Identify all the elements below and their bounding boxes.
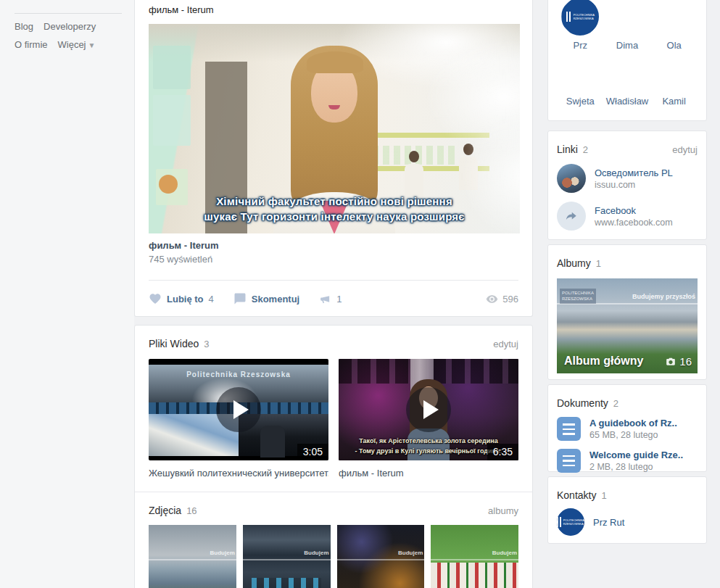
videos-edit-link[interactable]: edytuj [493, 339, 518, 349]
albums-card: Albumy 1 PolitechnikaRzeszowska Budujemy… [547, 244, 707, 380]
post-video-player[interactable]: Хімічний факультет постійно нові рішення… [149, 24, 520, 233]
left-sidebar: Blog Developerzy O firmie Więcej▼ [0, 0, 134, 588]
post-views-counter: 596 [486, 293, 518, 305]
share-button[interactable]: 1 [319, 293, 342, 305]
photos-count: 16 [186, 505, 196, 516]
video-caption-1[interactable]: Жешувкий политехнический университет... [149, 468, 328, 479]
links-edit-link[interactable]: edytuj [672, 144, 698, 155]
nav-link-developers[interactable]: Developerzy [44, 21, 96, 32]
document-icon [557, 417, 581, 441]
link-item-facebook[interactable]: Facebook www.facebook.com [557, 202, 698, 231]
media-card: Pliki Wideo 3 edytuj Politechnika Rzeszo… [134, 325, 533, 588]
post-views-label: 745 wyświetleń [149, 254, 518, 265]
comment-button[interactable]: Skomentuj [233, 292, 299, 305]
photo-watermark-line [337, 559, 425, 560]
page: Blog Developerzy O firmie Więcej▼ фильм … [0, 0, 720, 588]
friend-wladislaw[interactable]: Władisław [604, 54, 651, 107]
photo-thumbnail-concert[interactable]: Budujem [337, 525, 425, 588]
document-item-2[interactable]: Welcome guide Rze.. 2 MB, 28 lutego [557, 449, 698, 473]
friend-prz[interactable]: PolitechnikaRzeszowska Prz [557, 0, 604, 51]
photo-watermark-text: Budujem [492, 550, 517, 556]
post-video-title-link[interactable]: фильм - Iterum [149, 240, 518, 251]
friend-ola[interactable]: Ola [650, 0, 698, 51]
sidebar-links-row-2: O firmie Więcej▼ [15, 39, 134, 50]
post-title: фильм - Iterum [149, 0, 518, 15]
photos-grid: Budujem Budujem Budujem Budujem [149, 525, 518, 588]
albums-section-title[interactable]: Albumy [557, 257, 591, 269]
link-avatar-photo [557, 164, 586, 193]
links-section-header: Linki 2 edytuj [557, 131, 698, 155]
links-section-title[interactable]: Linki [557, 144, 578, 155]
document-item-1[interactable]: A guidebook of Rz.. 65 MB, 28 lutego [557, 417, 698, 441]
play-icon [406, 387, 451, 432]
album-watermark-text: Budujemy przyszłoś [632, 293, 695, 300]
photo-watermark-text: Budujem [304, 550, 328, 556]
thumb-sign-text: Politechnika Rzeszowska [149, 370, 328, 378]
link-item-osvedomitel[interactable]: Осведомитель PL issuu.com [557, 164, 698, 193]
contact-item-prz-rut[interactable]: PolitechnikaRzeszowska Prz Rut [557, 508, 698, 536]
nav-link-about[interactable]: O firmie [15, 39, 48, 50]
photo-watermark-line [431, 559, 518, 560]
like-count: 4 [209, 294, 214, 305]
links-card: Linki 2 edytuj Осведомитель PL issuu.com… [547, 131, 707, 240]
documents-section-header: Dokumenty 2 [557, 385, 698, 409]
photo-watermark-text: Budujem [398, 550, 423, 556]
post-card: фильм - Iterum [134, 0, 533, 317]
friend-dima[interactable]: Dima [604, 0, 651, 51]
nav-link-more[interactable]: Więcej▼ [58, 39, 96, 50]
photo-watermark-line [243, 559, 331, 560]
avatar: PolitechnikaRzeszowska [557, 508, 584, 536]
eye-icon [486, 293, 498, 305]
contacts-section-title[interactable]: Kontakty [557, 489, 596, 501]
documents-section-title[interactable]: Dokumenty [557, 397, 608, 409]
photo-watermark-line [149, 559, 236, 560]
video-subtitles: Хімічний факультет постійно нові рішення… [149, 194, 520, 225]
avatar [655, 0, 693, 36]
video-thumbnails: Politechnika Rzeszowska 3:05 Такої, як А… [149, 359, 518, 460]
photo-thumbnail-dancers[interactable]: Budujem [431, 525, 518, 588]
photo-thumbnail-campus[interactable]: Budujem [149, 525, 236, 588]
videos-section-title[interactable]: Pliki Wideo [149, 338, 199, 349]
friends-card: PolitechnikaRzeszowska Prz Dima Ola Swje… [547, 0, 707, 121]
post-action-bar: Lubię to 4 Skomentuj 1 596 [149, 291, 518, 307]
album-title: Album główny [564, 355, 643, 368]
contacts-count: 1 [601, 490, 606, 501]
contacts-section-header: Kontakty 1 [557, 477, 698, 501]
heart-icon [149, 292, 162, 305]
friends-grid: PolitechnikaRzeszowska Prz Dima Ola Swje… [557, 0, 698, 107]
sidebar-divider [15, 13, 122, 14]
politechnika-logo-icon: PolitechnikaRzeszowska [561, 0, 599, 36]
contacts-card: Kontakty 1 PolitechnikaRzeszowska Prz Ru… [547, 476, 707, 544]
video-thumbnail-1[interactable]: Politechnika Rzeszowska 3:05 [149, 359, 328, 460]
photos-section-header: Zdjęcia 16 albumy [149, 492, 518, 516]
album-logo-watermark: PolitechnikaRzeszowska [560, 289, 596, 304]
chevron-down-icon: ▼ [88, 41, 96, 49]
documents-count: 2 [613, 398, 618, 409]
avatar [608, 0, 646, 36]
video-thumbnail-2[interactable]: Такої, як Арістотелевська золота середин… [339, 359, 518, 460]
nav-link-blog[interactable]: Blog [15, 21, 33, 32]
play-icon [216, 387, 261, 432]
photos-albums-link[interactable]: albumy [488, 505, 518, 516]
post-divider [149, 280, 518, 281]
album-photo-count: 16 [666, 355, 692, 368]
video-caption-2[interactable]: фильм - Iterum [339, 468, 518, 479]
thumb-car-seat [260, 426, 285, 457]
comment-icon [233, 292, 247, 305]
like-button[interactable]: Lubię to 4 [149, 292, 214, 305]
videos-section-header: Pliki Wideo 3 edytuj [149, 326, 518, 349]
photos-section-title[interactable]: Zdjęcia [149, 505, 181, 516]
photo-thumbnail-cockpit[interactable]: Budujem [243, 525, 331, 588]
avatar [655, 54, 693, 91]
video-duration: 6:35 [487, 444, 518, 460]
links-count: 2 [583, 144, 588, 155]
album-cover[interactable]: PolitechnikaRzeszowska Budujemy przyszło… [557, 278, 698, 373]
document-icon [557, 449, 581, 473]
photo-watermark-text: Budujem [210, 550, 235, 556]
documents-card: Dokumenty 2 A guidebook of Rz.. 65 MB, 2… [547, 384, 707, 472]
avatar [608, 54, 646, 91]
friend-kamil[interactable]: Kamil [650, 54, 698, 107]
external-link-icon [557, 202, 586, 231]
friend-swjeta[interactable]: Swjeta [557, 54, 604, 107]
camera-icon [666, 357, 676, 367]
